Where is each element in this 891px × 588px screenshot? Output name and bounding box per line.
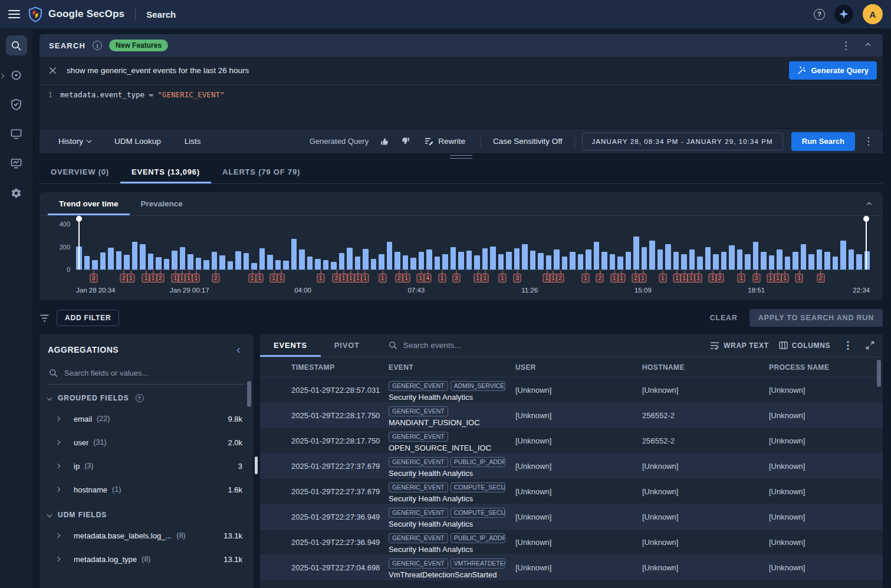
alert-marker[interactable]: 1 (192, 274, 200, 282)
aggregation-field-row[interactable]: user(31)2.0k (40, 431, 253, 454)
tab-events[interactable]: EVENTS (260, 334, 321, 357)
trend-bar[interactable] (291, 239, 297, 270)
trend-bar[interactable] (769, 255, 775, 270)
query-code-editor[interactable]: 1 metadata.event_type = "GENERIC_EVENT" (40, 85, 883, 129)
trend-bar[interactable] (435, 257, 440, 270)
trend-bar[interactable] (833, 257, 839, 270)
alert-marker[interactable]: 3 (452, 274, 460, 282)
trend-bar[interactable] (474, 255, 480, 270)
trend-bar[interactable] (251, 263, 257, 270)
udm-lookup-button[interactable]: UDM Lookup (103, 137, 173, 146)
alert-marker[interactable]: 1 (688, 274, 695, 282)
trend-bar[interactable] (856, 254, 862, 270)
alert-marker[interactable]: 1 (402, 274, 410, 282)
alert-marker[interactable]: 2 (212, 274, 219, 282)
help-icon[interactable]: ? (136, 394, 144, 402)
chevron-right-icon[interactable] (55, 557, 60, 561)
aggregations-search-input[interactable]: Search fields or values... (47, 363, 246, 385)
alert-marker[interactable]: 1 (680, 274, 688, 282)
trend-bar[interactable] (785, 257, 791, 270)
nav-search-icon[interactable] (6, 35, 27, 55)
events-search-input[interactable]: Search events... (389, 334, 710, 357)
info-icon[interactable]: i (93, 41, 102, 50)
aggregation-section-header[interactable]: UDM FIELDS (40, 501, 253, 524)
clear-query-icon[interactable] (49, 67, 58, 74)
trend-bar[interactable] (371, 259, 377, 270)
trend-bar[interactable] (562, 257, 568, 270)
trend-bar[interactable] (849, 249, 854, 270)
trend-bar[interactable] (188, 254, 193, 270)
trend-bar[interactable] (610, 254, 616, 270)
alert-marker[interactable]: 2 (817, 274, 824, 282)
tab-prevalence[interactable]: Prevalence (130, 192, 194, 215)
aggregation-field-row[interactable]: metadata.base_labels.log_...(8)13.1k (40, 524, 253, 547)
column-header[interactable]: EVENT (389, 363, 515, 372)
trend-bar[interactable] (793, 252, 798, 270)
trend-bar[interactable] (554, 249, 560, 270)
result-tab[interactable]: OVERVIEW (0) (40, 161, 120, 183)
trend-bar[interactable] (363, 249, 369, 270)
trend-bar[interactable] (403, 255, 409, 270)
table-row[interactable]: 2025-01-29T22:28:17.750GENERIC_EVENTOPEN… (260, 428, 883, 454)
toolbar-kebab-icon[interactable]: ⋮ (861, 136, 876, 146)
alert-marker[interactable]: 2 (120, 274, 127, 282)
trend-bar[interactable] (466, 251, 472, 270)
trend-bar[interactable] (578, 254, 584, 270)
alert-marker[interactable]: 1 (354, 274, 361, 282)
trend-bar[interactable] (689, 249, 695, 270)
trend-bar[interactable] (132, 242, 138, 270)
aggregation-section-header[interactable]: GROUPED FIELDS? (40, 385, 253, 407)
trend-bar[interactable] (244, 253, 249, 270)
column-header[interactable]: USER (515, 363, 642, 372)
event-name[interactable]: OPEN_SOURCE_INTEL_IOC (389, 444, 509, 452)
chevron-right-icon[interactable] (55, 416, 60, 421)
table-row[interactable]: 2025-01-29T22:28:17.750GENERIC_EVENTMAND… (260, 403, 883, 428)
alert-marker[interactable]: 1 (481, 274, 489, 282)
trend-bar[interactable] (331, 262, 337, 270)
alert-marker[interactable]: 2 (716, 274, 724, 282)
aggregation-field-row[interactable]: ip(3)3 (40, 454, 253, 478)
alert-marker[interactable]: 1 (277, 274, 285, 282)
trend-bar[interactable] (649, 241, 655, 270)
trend-bar[interactable] (713, 254, 719, 270)
trend-bar[interactable] (506, 252, 512, 270)
event-name[interactable]: Security Health Analytics (389, 469, 509, 478)
thumbs-down-icon[interactable] (395, 136, 416, 146)
alert-marker[interactable]: 3 (514, 274, 521, 282)
event-name[interactable]: Security Health Analytics (389, 545, 509, 554)
trend-bar[interactable] (299, 249, 305, 270)
trend-bar[interactable] (203, 260, 209, 270)
nav-cases-icon[interactable] (6, 65, 27, 85)
trend-bar[interactable] (228, 261, 234, 270)
trend-bar[interactable] (824, 252, 830, 270)
trend-bar[interactable] (426, 249, 432, 270)
table-row[interactable]: 2025-01-29T22:27:37.679GENERIC_EVENTCOMP… (260, 479, 883, 504)
trend-bar[interactable] (116, 251, 122, 270)
table-row[interactable]: 2025-01-29T22:27:04.698GENERIC_EVENTVMTH… (260, 555, 883, 580)
columns-button[interactable]: COLUMNS (779, 341, 831, 350)
trend-bar[interactable] (108, 248, 114, 270)
nav-expand-chevron-icon[interactable] (0, 71, 4, 80)
trend-bar[interactable] (323, 260, 329, 270)
trend-bar[interactable] (753, 242, 759, 270)
alert-marker[interactable]: 1 (673, 274, 680, 282)
thumbs-up-icon[interactable] (374, 136, 395, 146)
trend-bar[interactable] (267, 255, 273, 270)
trend-bar[interactable] (442, 254, 448, 270)
aggregation-field-row[interactable]: email(22)9.8k (40, 407, 253, 431)
trend-bar[interactable] (586, 249, 591, 270)
trend-bar[interactable] (626, 252, 632, 270)
menu-icon[interactable] (8, 10, 20, 18)
nav-rules-icon[interactable] (6, 153, 27, 173)
chart-collapse-icon[interactable] (864, 196, 874, 212)
alert-marker[interactable]: 1 (178, 274, 186, 282)
gemini-sparkle-icon[interactable] (834, 5, 853, 24)
rewrite-button[interactable]: Rewrite (416, 136, 474, 146)
events-kebab-icon[interactable]: ⋮ (840, 340, 856, 350)
trend-bar[interactable] (235, 251, 241, 270)
history-button[interactable]: History (47, 137, 103, 146)
alert-marker[interactable]: 1 (417, 274, 425, 282)
trend-bar[interactable] (140, 244, 146, 270)
table-row[interactable]: 2025-01-29T22:28:57.031GENERIC_EVENTADMI… (260, 377, 883, 403)
alert-marker[interactable]: 1 (549, 274, 557, 282)
